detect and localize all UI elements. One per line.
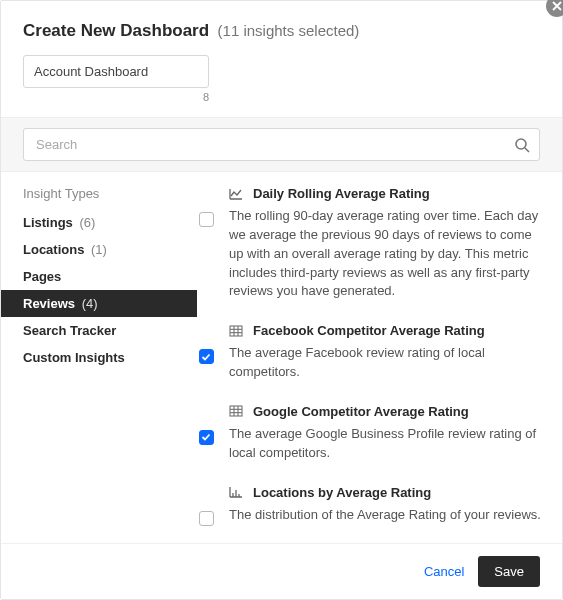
sidebar-item-custom-insights[interactable]: Custom Insights — [1, 344, 197, 371]
insight-description: The distribution of the Average Rating o… — [229, 506, 544, 525]
modal-body: Insight Types Listings (6)Locations (1)P… — [1, 172, 562, 543]
modal-title: Create New Dashboard — [23, 21, 209, 40]
insight-description: The average Facebook review rating of lo… — [229, 344, 544, 382]
dashboard-name-input[interactable] — [23, 55, 209, 88]
table-icon — [229, 324, 243, 338]
svg-rect-7 — [230, 406, 242, 416]
selected-count: (11 insights selected) — [218, 22, 360, 39]
insight-title: Google Competitor Average Rating — [253, 404, 469, 419]
sidebar-item-label: Reviews — [23, 296, 75, 311]
save-button[interactable]: Save — [478, 556, 540, 587]
insight-checkbox[interactable] — [199, 511, 214, 526]
modal-footer: Cancel Save — [1, 543, 562, 599]
insight-checkbox[interactable] — [199, 430, 214, 445]
sidebar-item-pages[interactable]: Pages — [1, 263, 197, 290]
insight-title: Daily Rolling Average Rating — [253, 186, 430, 201]
sidebar: Insight Types Listings (6)Locations (1)P… — [1, 172, 197, 543]
sidebar-item-count: (1) — [87, 242, 107, 257]
search-row — [1, 117, 562, 172]
insight-row: Facebook Competitor Average RatingThe av… — [197, 323, 544, 382]
insight-title: Facebook Competitor Average Rating — [253, 323, 485, 338]
svg-rect-2 — [230, 326, 242, 336]
insight-row: Google Competitor Average RatingThe aver… — [197, 404, 544, 463]
sidebar-item-count: (4) — [78, 296, 98, 311]
sidebar-item-locations[interactable]: Locations (1) — [1, 236, 197, 263]
svg-line-1 — [525, 148, 529, 152]
sidebar-item-reviews[interactable]: Reviews (4) — [1, 290, 197, 317]
sidebar-item-search-tracker[interactable]: Search Tracker — [1, 317, 197, 344]
insight-description: The rolling 90-day average rating over t… — [229, 207, 544, 301]
sidebar-item-label: Custom Insights — [23, 350, 125, 365]
table-icon — [229, 404, 243, 418]
insight-checkbox[interactable] — [199, 212, 214, 227]
insight-checkbox[interactable] — [199, 349, 214, 364]
sidebar-heading: Insight Types — [1, 186, 197, 209]
insight-row: Daily Rolling Average RatingThe rolling … — [197, 186, 544, 301]
insight-title: Locations by Average Rating — [253, 485, 431, 500]
close-icon — [552, 0, 562, 15]
cancel-button[interactable]: Cancel — [424, 564, 464, 579]
char-count: 8 — [23, 91, 209, 103]
sidebar-item-listings[interactable]: Listings (6) — [1, 209, 197, 236]
svg-point-0 — [516, 139, 526, 149]
sidebar-item-label: Search Tracker — [23, 323, 116, 338]
insights-list[interactable]: Daily Rolling Average RatingThe rolling … — [197, 172, 562, 543]
line-chart-icon — [229, 187, 243, 201]
bar-chart-icon — [229, 485, 243, 499]
sidebar-item-label: Pages — [23, 269, 61, 284]
sidebar-item-label: Locations — [23, 242, 84, 257]
modal-header: Create New Dashboard (11 insights select… — [1, 1, 562, 55]
sidebar-item-count: (6) — [76, 215, 96, 230]
insight-description: The average Google Business Profile revi… — [229, 425, 544, 463]
search-icon — [514, 137, 530, 153]
search-input[interactable] — [23, 128, 540, 161]
insight-row: Locations by Average RatingThe distribut… — [197, 485, 544, 526]
create-dashboard-modal: Create New Dashboard (11 insights select… — [0, 0, 563, 600]
sidebar-item-label: Listings — [23, 215, 73, 230]
dashboard-name-row: 8 — [1, 55, 562, 117]
